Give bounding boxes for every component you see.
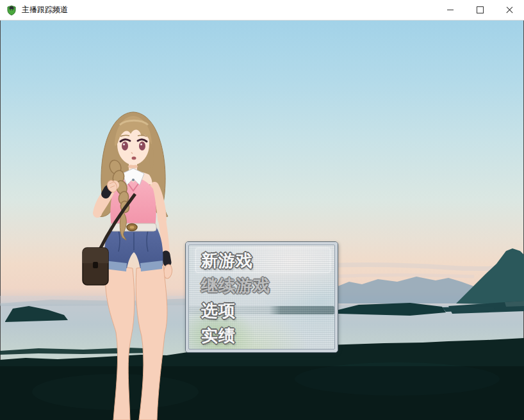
belt [110,223,156,231]
right-wristband [106,190,108,194]
window-titlebar: 主播跟踪频道 [0,0,524,20]
menu-window-frame: 新游戏 继续游戏 选项 实绩 [186,242,338,352]
mouth [132,157,136,160]
game-viewport: 新游戏 继续游戏 选项 实绩 [0,20,524,420]
shoulder-bag [83,248,108,285]
menu-item-continue[interactable]: 继续游戏 [195,273,331,298]
mascot-shield-icon [6,5,17,15]
menu-item-achievements[interactable]: 实绩 [195,323,331,348]
menu-item-options[interactable]: 选项 [195,298,331,323]
left-wristband [166,255,167,262]
title-menu-window: 新游戏 继续游戏 选项 实绩 [185,241,338,353]
menu-command-list: 新游戏 继续游戏 选项 实绩 [189,245,334,349]
legs [105,264,167,420]
minimize-line-icon [447,10,454,10]
maximize-button[interactable] [465,0,495,20]
window-title: 主播跟踪频道 [22,4,68,15]
minimize-button[interactable] [436,0,465,20]
close-x-icon [505,6,514,14]
menu-item-new-game[interactable]: 新游戏 [195,248,331,273]
denim-shorts [104,226,163,271]
beach-sunset-scene [0,20,524,420]
maximize-square-icon [477,6,484,13]
menu-window-content: 新游戏 继续游戏 选项 实绩 [188,245,335,350]
anime-girl-character [80,107,192,420]
close-button[interactable] [495,0,524,20]
